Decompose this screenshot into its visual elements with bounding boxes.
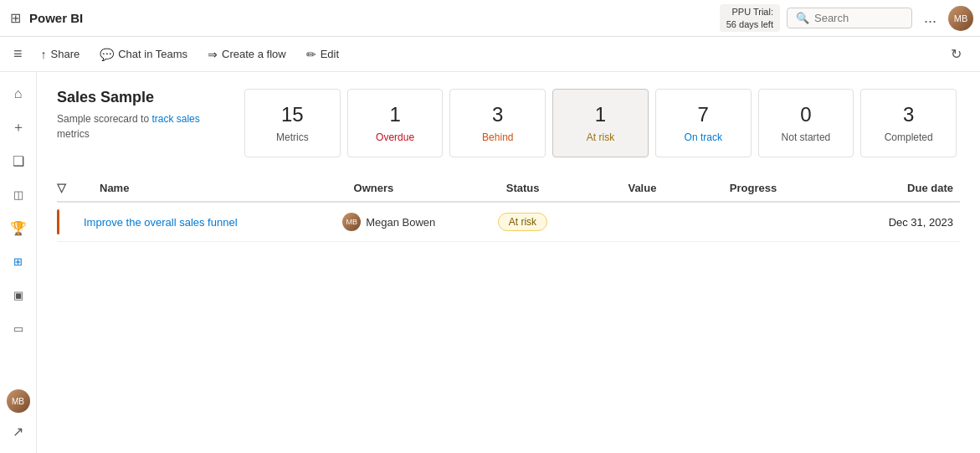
apps-icon[interactable]: ⊞	[7, 7, 24, 29]
content-area: Sales Sample Sample scorecard to track s…	[37, 72, 980, 453]
sidebar-item-export[interactable]: ↗	[3, 416, 33, 446]
trial-badge: PPU Trial: 56 days left	[720, 4, 780, 32]
row-owners: MB Megan Bowen	[342, 213, 498, 231]
share-button[interactable]: ↑ Share	[33, 43, 89, 66]
row-goal-name[interactable]: Improve the overall sales funnel	[57, 216, 342, 229]
metric-card-completed[interactable]: 3 Completed	[860, 89, 957, 157]
edit-icon: ✏	[306, 48, 316, 61]
metric-card-at-risk[interactable]: 1 At risk	[552, 89, 649, 157]
owner-name: Megan Bowen	[366, 216, 435, 229]
sidebar-item-monitor[interactable]: ▭	[3, 313, 33, 343]
topbar-left: ⊞ Power BI	[7, 7, 86, 29]
metric-card-not-started[interactable]: 0 Not started	[758, 89, 854, 157]
more-options-button[interactable]: ...	[919, 6, 942, 30]
scorecard-title: Sales Sample	[57, 89, 224, 106]
topbar-right: PPU Trial: 56 days left 🔍 ... MB	[720, 4, 973, 32]
sidebar-toggle-button[interactable]: ≡	[13, 42, 29, 66]
col-header-owners: Owners	[354, 182, 506, 194]
metric-cards: 15 Metrics 1 Overdue 3 Behind 1 At risk …	[241, 89, 960, 157]
scorecard-header: Sales Sample Sample scorecard to track s…	[57, 89, 960, 157]
table-section: ▽ Name Owners Status Value Progress Due …	[57, 174, 960, 242]
flow-icon: ⇒	[208, 48, 218, 61]
row-due-date: Dec 31, 2023	[829, 216, 960, 229]
table-row: Improve the overall sales funnel MB Mega…	[57, 203, 960, 242]
search-icon: 🔍	[796, 12, 809, 24]
metric-card-metrics[interactable]: 15 Metrics	[244, 89, 341, 157]
status-badge: At risk	[498, 213, 547, 231]
table-header: ▽ Name Owners Status Value Progress Due …	[57, 174, 960, 203]
share-icon: ↑	[41, 48, 47, 61]
create-flow-button[interactable]: ⇒ Create a flow	[199, 43, 295, 66]
chat-teams-icon: 💬	[100, 48, 114, 61]
top-bar: ⊞ Power BI PPU Trial: 56 days left 🔍 ...…	[0, 0, 980, 37]
owner-avatar: MB	[342, 213, 361, 231]
sidebar: ⌂ ＋ ❑ ◫ 🏆 ⊞ ▣ ▭ MB ↗	[0, 72, 37, 453]
sidebar-item-home[interactable]: ⌂	[3, 79, 33, 109]
sidebar-bottom: MB ↗	[3, 389, 33, 446]
metric-card-overdue[interactable]: 1 Overdue	[347, 89, 444, 157]
filter-icon[interactable]: ▽	[57, 181, 66, 194]
user-avatar[interactable]: MB	[948, 6, 973, 31]
col-header-progress: Progress	[730, 182, 831, 194]
col-header-due-date: Due date	[831, 182, 960, 194]
sidebar-item-scorecard[interactable]: ⊞	[3, 246, 33, 276]
col-header-value: Value	[628, 182, 729, 194]
sidebar-item-browse[interactable]: ❑	[3, 146, 33, 176]
app-title: Power BI	[29, 11, 83, 25]
sidebar-item-goals[interactable]: 🏆	[3, 213, 33, 243]
metric-card-behind[interactable]: 3 Behind	[449, 89, 546, 157]
scorecard-description: Sample scorecard to track sales metrics	[57, 111, 224, 142]
row-status-indicator	[57, 209, 59, 234]
sidebar-item-reports[interactable]: ▣	[3, 280, 33, 310]
scorecard-title-block: Sales Sample Sample scorecard to track s…	[57, 89, 241, 157]
col-header-status: Status	[506, 182, 629, 194]
scorecard-desc-link[interactable]: track sales	[151, 113, 199, 125]
main-layout: ⌂ ＋ ❑ ◫ 🏆 ⊞ ▣ ▭ MB ↗ Sales Sample Sample…	[0, 72, 980, 453]
edit-button[interactable]: ✏ Edit	[298, 43, 347, 66]
search-input[interactable]	[814, 12, 903, 24]
row-status: At risk	[498, 213, 622, 231]
sidebar-item-create[interactable]: ＋	[3, 112, 33, 142]
col-header-name: Name	[73, 182, 354, 194]
metric-card-on-track[interactable]: 7 On track	[655, 89, 752, 157]
sidebar-item-data[interactable]: ◫	[3, 179, 33, 209]
chat-teams-button[interactable]: 💬 Chat in Teams	[91, 43, 196, 66]
search-box[interactable]: 🔍	[787, 8, 912, 28]
refresh-button[interactable]: ↻	[946, 41, 967, 67]
sidebar-user-avatar[interactable]: MB	[7, 389, 30, 413]
action-bar: ≡ ↑ Share 💬 Chat in Teams ⇒ Create a flo…	[0, 37, 980, 72]
